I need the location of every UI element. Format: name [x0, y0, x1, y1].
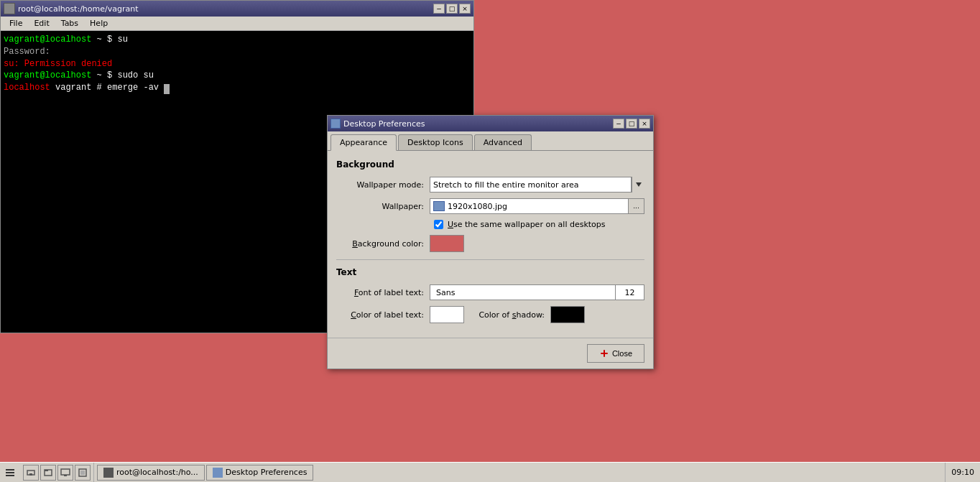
background-color-swatch[interactable]: [430, 235, 464, 252]
font-name: Sans: [436, 288, 455, 297]
taskbar-prefs-btn[interactable]: Desktop Preferences: [206, 465, 314, 481]
text-section-title: Text: [336, 267, 644, 277]
terminal-title: root@localhost:/home/vagrant: [18, 4, 139, 14]
taskbar: root@localhost:/ho... Desktop Preference…: [0, 462, 980, 482]
svg-rect-3: [6, 472, 14, 473]
tab-appearance[interactable]: Appearance: [330, 134, 397, 151]
wallpaper-value: 1920x1080.jpg: [448, 202, 507, 211]
dialog-minimize-btn[interactable]: −: [613, 119, 624, 129]
svg-rect-1: [604, 350, 605, 357]
svg-rect-9: [61, 469, 70, 475]
dialog-maximize-btn[interactable]: □: [626, 119, 637, 129]
desktop-icon-btn[interactable]: [57, 465, 73, 481]
taskbar-quick-launch: [20, 463, 94, 482]
svg-rect-4: [6, 475, 14, 476]
taskbar-terminal-label: root@localhost:/ho...: [116, 468, 198, 477]
terminal-menu-edit[interactable]: Edit: [28, 18, 55, 29]
color-label-text-label: Color of label text:: [336, 310, 430, 320]
wallpaper-row: Wallpaper: 1920x1080.jpg ...: [336, 198, 644, 214]
terminal-minimize-btn[interactable]: −: [433, 4, 445, 14]
maximize-icon-btn[interactable]: [75, 465, 91, 481]
wallpaper-field[interactable]: 1920x1080.jpg: [430, 198, 629, 214]
files-icon-btn[interactable]: [40, 465, 56, 481]
wallpaper-mode-dropdown[interactable]: Stretch to fill the entire monitor area: [430, 177, 644, 193]
terminal-menubar: File Edit Tabs Help: [1, 17, 473, 31]
taskbar-terminal-btn[interactable]: root@localhost:/ho...: [97, 465, 205, 481]
taskbar-terminal-icon: [103, 468, 114, 478]
taskbar-prefs-label: Desktop Preferences: [226, 468, 308, 477]
tab-advanced[interactable]: Advanced: [474, 134, 532, 150]
terminal-menu-file[interactable]: File: [4, 18, 28, 29]
close-icon: [599, 348, 609, 358]
taskbar-windows: root@localhost:/ho... Desktop Preference…: [94, 465, 945, 481]
same-wallpaper-checkbox[interactable]: [434, 220, 443, 229]
wallpaper-mode-label: Wallpaper mode:: [336, 180, 430, 190]
terminal-maximize-btn[interactable]: □: [446, 4, 458, 14]
taskbar-prefs-icon: [213, 468, 223, 478]
background-color-row: Background color:: [336, 235, 644, 252]
same-wallpaper-label: Use the same wallpaper on all desktops: [448, 220, 606, 229]
dialog-title: Desktop Preferences: [343, 119, 425, 129]
wallpaper-mode-value: Stretch to fill the entire monitor area: [433, 180, 628, 190]
wallpaper-label: Wallpaper:: [336, 202, 430, 211]
font-label: Font of label text:: [336, 288, 430, 297]
svg-rect-12: [80, 471, 85, 475]
taskbar-start: [0, 463, 20, 482]
svg-rect-10: [64, 475, 67, 476]
terminal-close-btn[interactable]: ×: [459, 4, 471, 14]
close-label: Close: [612, 349, 632, 358]
menu-icon[interactable]: [4, 467, 16, 478]
taskbar-clock: 09:10: [945, 463, 980, 482]
terminal-menu-help[interactable]: Help: [84, 18, 114, 29]
color-shadow-label: Color of shadow:: [464, 310, 550, 320]
dialog-footer: Close: [328, 338, 653, 369]
terminal-icon: [4, 3, 15, 14]
svg-rect-6: [29, 473, 32, 476]
font-size-display: 12: [616, 284, 644, 300]
svg-rect-8: [45, 470, 48, 471]
separator: [336, 259, 644, 260]
preferences-icon: [330, 119, 341, 129]
color-shadow-swatch[interactable]: [550, 306, 585, 323]
terminal-titlebar: root@localhost:/home/vagrant − □ ×: [1, 1, 473, 17]
terminal-menu-tabs[interactable]: Tabs: [55, 18, 84, 29]
font-size: 12: [625, 288, 635, 297]
close-button[interactable]: Close: [587, 344, 644, 363]
dialog-tabs: Appearance Desktop Icons Advanced: [328, 131, 653, 151]
color-label-text-swatch[interactable]: [430, 306, 464, 323]
same-wallpaper-row: Use the same wallpaper on all desktops: [336, 220, 644, 229]
image-icon: [433, 201, 445, 211]
color-label-row: Color of label text: Color of shadow:: [336, 306, 644, 323]
dialog-window: Desktop Preferences − □ × Appearance Des…: [327, 115, 654, 369]
font-display[interactable]: Sans: [430, 284, 616, 300]
wallpaper-mode-row: Wallpaper mode: Stretch to fill the enti…: [336, 177, 644, 193]
wallpaper-browse-btn[interactable]: ...: [629, 198, 644, 214]
font-row: Font of label text: Sans 12: [336, 284, 644, 300]
svg-rect-2: [6, 469, 14, 471]
wallpaper-mode-arrow[interactable]: [632, 177, 644, 193]
dialog-body: Background Wallpaper mode: Stretch to fi…: [328, 151, 653, 338]
background-color-label: Background color:: [336, 239, 430, 249]
dialog-titlebar: Desktop Preferences − □ ×: [328, 116, 653, 131]
network-icon-btn[interactable]: [23, 465, 39, 481]
dialog-close-btn[interactable]: ×: [639, 119, 650, 129]
tab-desktop-icons[interactable]: Desktop Icons: [398, 134, 473, 150]
background-section-title: Background: [336, 159, 644, 170]
